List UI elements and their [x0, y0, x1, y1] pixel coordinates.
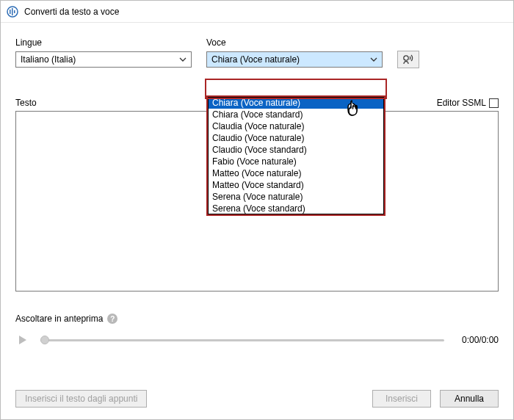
- label-preview: Ascoltare in anteprima: [15, 314, 103, 324]
- slider-track: [40, 339, 444, 341]
- app-icon: [7, 6, 18, 18]
- voice-option[interactable]: Serena (Voce naturale): [208, 191, 384, 203]
- chevron-down-icon: [370, 56, 377, 63]
- title-bar: Converti da testo a voce: [1, 1, 513, 23]
- voice-option[interactable]: Matteo (Voce standard): [208, 179, 384, 191]
- language-select[interactable]: Italiano (Italia): [15, 51, 192, 68]
- voice-select[interactable]: Chiara (Voce naturale): [206, 51, 383, 68]
- voice-dropdown-list[interactable]: Chiara (Voce naturale) Chiara (Voce stan…: [206, 95, 386, 216]
- chevron-down-icon: [179, 56, 187, 63]
- label-lingue: Lingue: [15, 37, 192, 48]
- cancel-button[interactable]: Annulla: [440, 390, 499, 408]
- time-display: 0:00/0:00: [455, 335, 499, 345]
- audio-player: 0:00/0:00: [15, 330, 499, 356]
- footer: Inserisci il testo dagli appunti Inseris…: [1, 380, 513, 419]
- label-editor-ssml: Editor SSML: [437, 98, 486, 108]
- voice-select-value: Chiara (Voce naturale): [211, 54, 300, 65]
- play-button[interactable]: [15, 333, 30, 347]
- slider-thumb[interactable]: [40, 336, 49, 344]
- language-select-value: Italiano (Italia): [21, 54, 76, 65]
- content-area: Lingue Voce Italiano (Italia) Chiara (Vo…: [1, 23, 513, 380]
- voice-option[interactable]: Serena (Voce standard): [208, 203, 384, 214]
- svg-rect-2: [12, 8, 13, 15]
- svg-rect-3: [14, 10, 15, 13]
- voice-option[interactable]: Claudia (Voce naturale): [208, 120, 384, 132]
- insert-from-clipboard-button[interactable]: Inserisci il testo dagli appunti: [15, 390, 147, 408]
- voice-option[interactable]: Chiara (Voce naturale): [208, 97, 384, 109]
- progress-slider[interactable]: [40, 333, 444, 347]
- voice-option[interactable]: Claudio (Voce naturale): [208, 132, 384, 144]
- label-testo: Testo: [15, 98, 37, 108]
- help-icon[interactable]: ?: [107, 314, 117, 324]
- voice-option[interactable]: Claudio (Voce standard): [208, 144, 384, 156]
- svg-point-4: [404, 56, 408, 60]
- insert-button[interactable]: Inserisci: [372, 390, 431, 408]
- svg-rect-1: [10, 10, 11, 14]
- window-title: Converti da testo a voce: [24, 7, 119, 17]
- voice-option[interactable]: Chiara (Voce standard): [208, 109, 384, 120]
- dialog-window: Converti da testo a voce Lingue Voce Ita…: [0, 0, 514, 420]
- voice-option[interactable]: Fabio (Voce naturale): [208, 156, 384, 167]
- voice-option[interactable]: Matteo (Voce naturale): [208, 167, 384, 179]
- editor-ssml-checkbox[interactable]: [489, 98, 499, 108]
- label-voce: Voce: [206, 37, 383, 48]
- speak-preview-button[interactable]: [397, 51, 419, 68]
